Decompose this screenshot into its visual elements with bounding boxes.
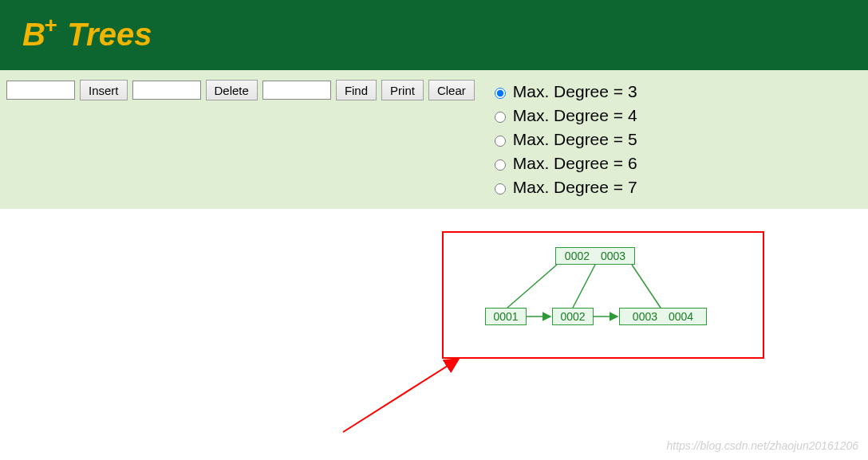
degree-option-6[interactable]: Max. Degree = 6 [491, 151, 637, 175]
toolbar-row: Insert Delete Find Print Clear [6, 80, 475, 100]
find-input[interactable] [262, 81, 331, 100]
node-key: 0002 [565, 250, 590, 262]
degree-label: Max. Degree = 3 [513, 80, 637, 104]
degree-option-4[interactable]: Max. Degree = 4 [491, 104, 637, 128]
delete-input[interactable] [132, 81, 201, 100]
degree-radio-3[interactable] [495, 88, 506, 99]
node-key: 0002 [560, 310, 585, 323]
title-prefix: B [22, 17, 45, 52]
degree-radio-7[interactable] [495, 183, 506, 195]
controls-panel: Insert Delete Find Print Clear Max. Degr… [0, 70, 868, 209]
title-suffix: Trees [58, 17, 152, 52]
svg-line-5 [343, 359, 459, 432]
delete-button[interactable]: Delete [206, 80, 258, 100]
degree-radio-6[interactable] [495, 159, 506, 171]
watermark: https://blog.csdn.net/zhaojun20161206 [666, 439, 858, 452]
print-button[interactable]: Print [381, 80, 424, 100]
degree-radio-5[interactable] [495, 136, 506, 147]
node-key: 0003 [633, 310, 657, 323]
svg-line-1 [573, 265, 595, 308]
degree-option-7[interactable]: Max. Degree = 7 [491, 175, 637, 199]
node-key: 0004 [669, 310, 693, 323]
degree-label: Max. Degree = 5 [513, 128, 637, 151]
degree-option-3[interactable]: Max. Degree = 3 [491, 80, 637, 104]
degree-option-5[interactable]: Max. Degree = 5 [491, 128, 637, 151]
svg-line-0 [507, 265, 557, 308]
tree-leaf-node: 0003 0004 [619, 308, 707, 325]
highlight-arrow [335, 352, 479, 440]
degree-label: Max. Degree = 6 [513, 151, 637, 175]
clear-button[interactable]: Clear [428, 80, 475, 100]
insert-input[interactable] [6, 81, 75, 100]
node-key: 0003 [601, 250, 625, 262]
page-header: B+ Trees [0, 0, 868, 70]
title-sup: + [44, 13, 57, 37]
tree-root-node: 0002 0003 [555, 247, 635, 265]
degree-options: Max. Degree = 3 Max. Degree = 4 Max. Deg… [491, 80, 637, 199]
tree-canvas: 0002 0003 0001 0002 0003 0004 [442, 231, 764, 359]
degree-radio-4[interactable] [495, 112, 506, 123]
svg-line-2 [632, 265, 661, 308]
node-key: 0001 [493, 310, 518, 323]
degree-label: Max. Degree = 4 [513, 104, 637, 128]
degree-label: Max. Degree = 7 [513, 175, 637, 199]
page-title: B+ Trees [22, 17, 152, 52]
insert-button[interactable]: Insert [80, 80, 128, 100]
tree-leaf-node: 0002 [552, 308, 594, 325]
tree-leaf-node: 0001 [485, 308, 527, 325]
find-button[interactable]: Find [336, 80, 377, 100]
